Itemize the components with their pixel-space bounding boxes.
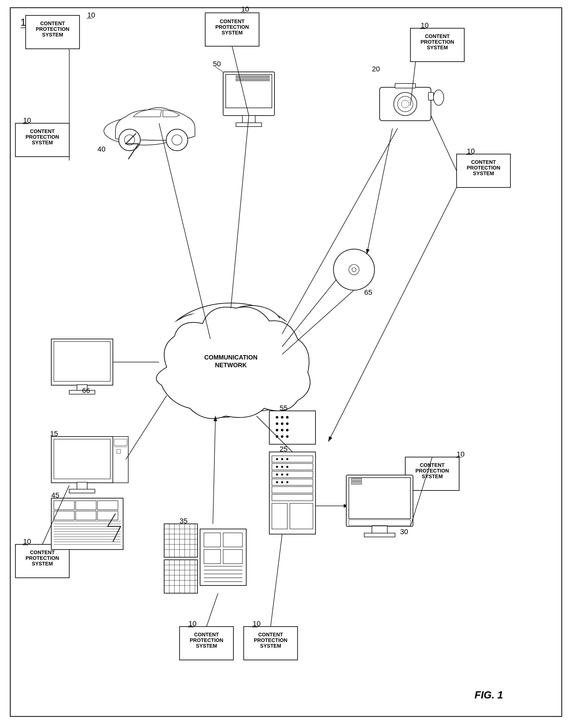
svg-rect-125 — [272, 479, 313, 485]
svg-point-135 — [281, 474, 283, 476]
svg-text:10: 10 — [456, 450, 464, 458]
svg-text:SYSTEM: SYSTEM — [32, 140, 53, 145]
svg-rect-96 — [77, 482, 87, 490]
svg-point-129 — [281, 458, 283, 460]
svg-rect-99 — [114, 439, 127, 445]
svg-rect-141 — [290, 503, 313, 529]
svg-point-198 — [286, 422, 289, 425]
svg-text:SYSTEM: SYSTEM — [473, 171, 494, 176]
svg-point-85 — [402, 100, 409, 108]
svg-point-92 — [352, 267, 356, 272]
svg-rect-126 — [272, 487, 313, 493]
svg-point-139 — [286, 481, 288, 483]
svg-text:50: 50 — [213, 60, 221, 68]
svg-text:CONTENT: CONTENT — [425, 34, 450, 39]
svg-text:10: 10 — [253, 620, 261, 627]
svg-point-72 — [172, 135, 182, 145]
svg-rect-109 — [97, 511, 118, 520]
svg-rect-178 — [223, 533, 242, 547]
svg-rect-177 — [204, 533, 221, 547]
svg-rect-101 — [117, 449, 121, 453]
diagram-svg: 100 CONTENT PROTECTION SYSTEM 10 CONTENT… — [0, 0, 572, 728]
svg-rect-122 — [272, 456, 313, 462]
svg-text:SYSTEM: SYSTEM — [32, 561, 53, 566]
svg-text:COMMUNICATION: COMMUNICATION — [204, 354, 258, 361]
svg-text:PROTECTION: PROTECTION — [35, 26, 69, 32]
svg-rect-77 — [236, 79, 269, 81]
svg-rect-149 — [372, 526, 387, 534]
svg-text:CONTENT: CONTENT — [258, 632, 283, 638]
svg-text:40: 40 — [97, 145, 105, 153]
svg-rect-104 — [54, 501, 74, 510]
svg-text:CONTENT: CONTENT — [30, 550, 55, 555]
svg-text:SYSTEM: SYSTEM — [196, 643, 217, 649]
svg-rect-124 — [272, 471, 313, 478]
svg-rect-148 — [351, 482, 362, 484]
svg-point-88 — [433, 90, 444, 105]
svg-point-137 — [276, 481, 278, 483]
svg-rect-140 — [272, 503, 287, 529]
svg-rect-179 — [204, 550, 221, 564]
svg-text:55: 55 — [280, 404, 288, 412]
disc-icon — [334, 249, 374, 290]
svg-text:SYSTEM: SYSTEM — [42, 32, 63, 38]
svg-text:45: 45 — [51, 491, 59, 499]
svg-rect-76 — [236, 76, 269, 78]
svg-text:PROTECTION: PROTECTION — [190, 638, 223, 643]
svg-rect-147 — [351, 478, 362, 481]
page-container: 100 CONTENT PROTECTION SYSTEM 10 CONTENT… — [0, 0, 572, 728]
svg-point-131 — [276, 466, 278, 468]
svg-rect-146 — [349, 520, 410, 526]
svg-text:35: 35 — [180, 517, 188, 525]
svg-point-193 — [276, 416, 278, 419]
svg-text:SYSTEM: SYSTEM — [427, 45, 448, 50]
svg-rect-106 — [97, 501, 118, 510]
svg-text:PROTECTION: PROTECTION — [467, 165, 500, 171]
svg-text:10: 10 — [421, 21, 429, 29]
svg-point-128 — [276, 458, 278, 460]
svg-point-201 — [286, 429, 289, 431]
svg-point-196 — [276, 422, 278, 425]
svg-text:PROTECTION: PROTECTION — [25, 555, 59, 561]
svg-text:10: 10 — [241, 5, 249, 13]
svg-text:PROTECTION: PROTECTION — [25, 134, 59, 140]
svg-text:SYSTEM: SYSTEM — [422, 474, 443, 479]
server-25 — [269, 452, 315, 534]
svg-point-200 — [281, 429, 283, 431]
svg-point-197 — [281, 422, 283, 425]
svg-point-195 — [286, 416, 289, 419]
svg-text:65: 65 — [364, 288, 372, 296]
svg-text:10: 10 — [23, 116, 31, 124]
svg-text:66: 66 — [82, 386, 90, 395]
svg-point-203 — [281, 435, 283, 438]
svg-text:15: 15 — [50, 430, 58, 437]
svg-point-204 — [286, 435, 289, 438]
svg-text:PROTECTION: PROTECTION — [254, 638, 287, 643]
svg-rect-108 — [76, 511, 96, 520]
svg-rect-188 — [54, 342, 110, 381]
svg-rect-180 — [223, 550, 242, 564]
svg-rect-79 — [236, 123, 262, 127]
svg-text:30: 30 — [400, 528, 408, 536]
desktop-55 — [269, 411, 315, 444]
svg-point-130 — [286, 458, 288, 460]
svg-point-134 — [276, 474, 278, 476]
svg-rect-87 — [428, 93, 433, 100]
svg-text:CONTENT: CONTENT — [420, 462, 445, 468]
svg-text:10: 10 — [23, 538, 31, 545]
svg-text:NETWORK: NETWORK — [215, 362, 247, 368]
svg-point-133 — [286, 466, 288, 468]
svg-rect-127 — [272, 494, 313, 501]
svg-text:10: 10 — [467, 147, 475, 155]
svg-text:PROTECTION: PROTECTION — [415, 468, 449, 474]
svg-text:PROTECTION: PROTECTION — [420, 39, 454, 45]
svg-rect-123 — [272, 464, 313, 470]
svg-point-194 — [281, 416, 283, 419]
svg-point-199 — [276, 429, 278, 431]
svg-text:CONTENT: CONTENT — [194, 632, 219, 638]
svg-rect-105 — [76, 501, 96, 510]
svg-text:CONTENT: CONTENT — [40, 20, 65, 26]
svg-point-136 — [286, 474, 288, 476]
svg-text:SYSTEM: SYSTEM — [260, 643, 281, 649]
svg-text:CONTENT: CONTENT — [30, 128, 55, 134]
